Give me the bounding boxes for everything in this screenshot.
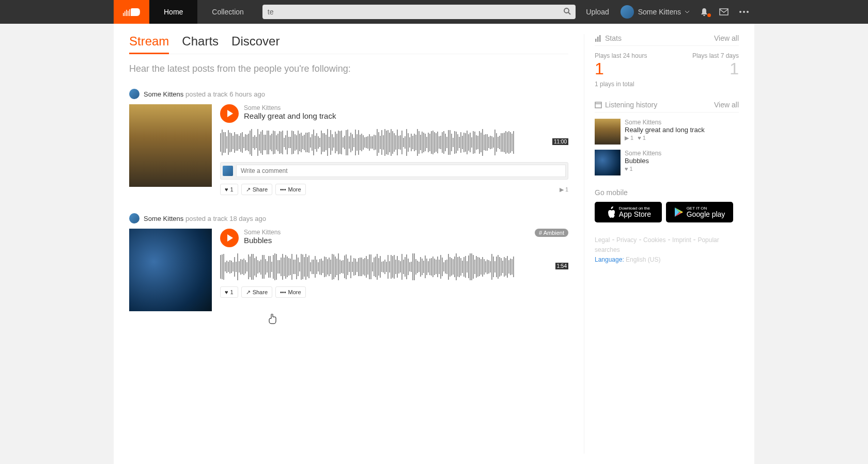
play-button[interactable] [220, 229, 239, 247]
chevron-down-icon [685, 11, 689, 13]
poster-avatar[interactable] [129, 89, 140, 99]
history-item[interactable]: Some Kittens Really great and long track… [595, 119, 739, 145]
share-icon: ↗ [246, 186, 251, 193]
history-heading: Listening history [595, 101, 657, 109]
svg-rect-0 [123, 13, 124, 16]
plays24-value: 1 [595, 59, 647, 78]
svg-rect-14 [595, 102, 601, 108]
soundcloud-icon [123, 8, 141, 16]
history-title: Bubbles [625, 157, 661, 165]
history-artwork [595, 150, 621, 175]
search-icon[interactable] [563, 7, 571, 15]
like-button[interactable]: ♥1 [220, 184, 238, 195]
history-artwork [595, 119, 621, 145]
svg-rect-4 [129, 9, 130, 16]
history-artist: Some Kittens [625, 119, 705, 126]
avatar [621, 5, 634, 19]
dots-icon: ••• [280, 186, 286, 193]
apple-icon [606, 206, 616, 218]
svg-point-5 [564, 8, 569, 13]
share-button[interactable]: ↗Share [241, 286, 272, 298]
svg-point-9 [743, 11, 745, 13]
poster-avatar[interactable] [129, 213, 140, 223]
svg-rect-12 [597, 37, 599, 42]
nav-home[interactable]: Home [149, 0, 197, 24]
stream-post: Some Kittens posted a track 6 hours ago … [129, 89, 568, 195]
play-icon [227, 110, 233, 117]
track-title[interactable]: Really great and long track [244, 111, 568, 120]
stats-icon [595, 35, 602, 42]
share-icon: ↗ [246, 289, 251, 296]
tab-charts[interactable]: Charts [182, 34, 219, 54]
svg-rect-11 [595, 39, 597, 42]
track-duration: 1:54 [555, 263, 568, 269]
svg-rect-3 [128, 11, 129, 16]
svg-line-6 [568, 12, 570, 14]
history-item[interactable]: Some Kittens Bubbles ♥ 1 [595, 150, 739, 175]
notifications-icon[interactable] [694, 7, 714, 17]
more-button[interactable]: •••More [275, 286, 306, 298]
dots-icon: ••• [280, 289, 286, 295]
googleplay-icon [674, 207, 684, 217]
go-mobile-heading: Go mobile [595, 188, 739, 197]
tab-discover[interactable]: Discover [231, 34, 280, 54]
svg-rect-7 [720, 9, 728, 15]
track-artwork[interactable] [129, 229, 212, 311]
stream-post: Some Kittens posted a track 18 days ago … [129, 213, 568, 311]
googleplay-button[interactable]: GET IT ONGoogle play [666, 202, 733, 222]
svg-point-8 [739, 11, 741, 13]
tab-stream[interactable]: Stream [129, 34, 169, 54]
user-menu[interactable]: Some Kittens [615, 5, 694, 19]
stream-subtitle: Hear the latest posts from the people yo… [129, 63, 568, 74]
heart-icon: ♥ [225, 186, 228, 193]
play-count: ▶1 [560, 186, 568, 193]
waveform[interactable] [220, 251, 568, 282]
plays7-value: 1 [692, 59, 739, 78]
search-input[interactable] [262, 5, 576, 19]
comment-box [220, 162, 568, 180]
svg-rect-1 [125, 11, 126, 16]
track-artwork[interactable] [129, 104, 212, 187]
plays24-label: Plays last 24 hours [595, 52, 647, 59]
genre-tag[interactable]: # Ambient [535, 229, 568, 237]
history-artist: Some Kittens [625, 150, 661, 157]
stats-view-all[interactable]: View all [714, 34, 739, 42]
play-icon [227, 234, 233, 242]
track-duration: 11:00 [552, 138, 568, 145]
upload-link[interactable]: Upload [580, 8, 615, 16]
appstore-button[interactable]: Download on theApp Store [595, 202, 662, 222]
post-time: posted a track 6 hours ago [185, 90, 265, 98]
plays7-label: Plays last 7 days [692, 52, 739, 59]
history-view-all[interactable]: View all [714, 101, 739, 109]
like-button[interactable]: ♥1 [220, 286, 238, 298]
waveform[interactable] [220, 127, 568, 158]
sidebar: Stats View all Plays last 24 hours 1 Pla… [584, 34, 739, 454]
comment-avatar [223, 166, 233, 176]
footer-links: Legal ⁃ Privacy ⁃ Cookies ⁃ Imprint ⁃ Po… [595, 235, 739, 265]
svg-point-10 [747, 11, 749, 13]
logo[interactable] [114, 0, 149, 24]
poster-name[interactable]: Some Kittens [144, 90, 183, 98]
nav-collection[interactable]: Collection [197, 0, 258, 24]
more-button[interactable]: •••More [275, 184, 306, 195]
language-link[interactable]: Language: [595, 256, 624, 263]
post-time: posted a track 18 days ago [185, 215, 266, 222]
notification-badge [707, 13, 711, 17]
stream-tabs: Stream Charts Discover [129, 34, 568, 54]
track-title[interactable]: Bubbles [244, 236, 530, 245]
play-icon-small: ▶ [560, 186, 564, 193]
comment-input[interactable] [236, 165, 566, 177]
track-artist[interactable]: Some Kittens [244, 104, 568, 111]
track-artist[interactable]: Some Kittens [244, 229, 530, 236]
stats-heading: Stats [595, 34, 622, 42]
messages-icon[interactable] [714, 8, 734, 15]
svg-rect-2 [126, 10, 127, 16]
heart-icon: ♥ [225, 289, 228, 295]
play-button[interactable] [220, 104, 239, 123]
top-header: Home Collection Upload Some Kittens [0, 0, 868, 24]
poster-name[interactable]: Some Kittens [144, 215, 183, 222]
main-stream: Stream Charts Discover Hear the latest p… [129, 34, 584, 454]
more-menu-icon[interactable] [734, 11, 754, 13]
share-button[interactable]: ↗Share [241, 184, 272, 195]
plays-total: 1 plays in total [595, 81, 739, 88]
